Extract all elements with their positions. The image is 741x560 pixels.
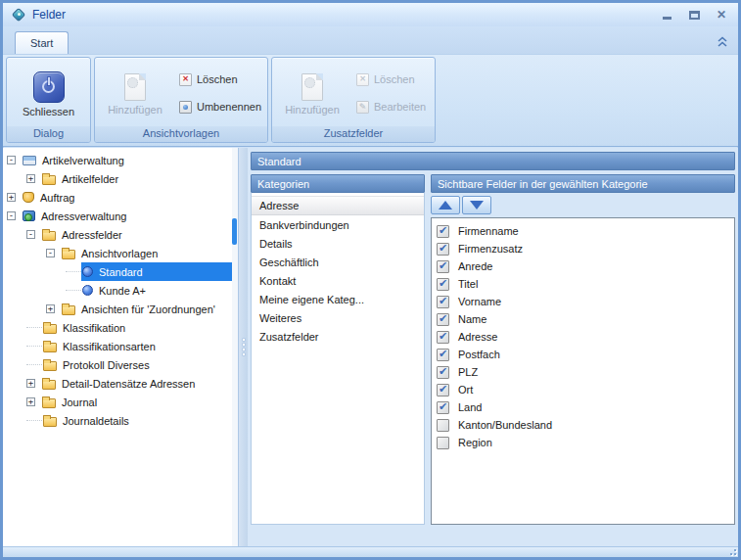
field-item[interactable]: PLZ [432, 363, 734, 381]
tree-item[interactable]: Kunde A+ [3, 281, 232, 300]
tree-item[interactable]: Ansichten für 'Zuordnungen' [3, 300, 232, 318]
folder-icon [42, 175, 56, 185]
field-item[interactable]: Land [432, 398, 734, 416]
folder-icon [43, 417, 57, 427]
expand-expander-icon[interactable] [26, 174, 35, 183]
ribbon-group-dialog: SchliessenDialog [6, 57, 91, 143]
loeschen-ansichtvorlage-button[interactable]: Löschen [179, 70, 265, 88]
tree-connector [26, 364, 42, 365]
category-item[interactable]: Bankverbindungen [252, 215, 424, 234]
collapse-expander-icon[interactable] [26, 230, 35, 239]
field-item[interactable]: Ort [432, 381, 734, 398]
tree-connector [26, 346, 42, 347]
field-item[interactable]: Titel [432, 275, 734, 293]
expand-expander-icon[interactable] [26, 397, 35, 406]
tree-item[interactable]: Standard [3, 262, 232, 281]
tree-item[interactable]: Adressfelder [3, 225, 232, 244]
maximize-button[interactable] [683, 7, 705, 23]
page-add-icon [124, 73, 146, 101]
rename-icon [179, 101, 192, 114]
field-item[interactable]: Region [432, 434, 734, 451]
folder-icon [62, 305, 75, 315]
status-bar [3, 546, 738, 557]
checked-checkbox[interactable] [437, 296, 449, 308]
maximize-icon [689, 11, 700, 20]
tree-connector [26, 327, 42, 328]
tree-item[interactable]: Journaldetails [3, 411, 232, 430]
power-icon [33, 71, 65, 103]
sphere-icon [82, 285, 93, 296]
category-item[interactable]: Details [252, 234, 424, 253]
detail-panel: Standard Kategorien AdresseBankverbindun… [248, 148, 738, 546]
panel-splitter[interactable] [238, 148, 248, 546]
arrow-up-icon [439, 201, 452, 210]
expand-expander-icon[interactable] [26, 379, 35, 388]
category-item[interactable]: Kontakt [252, 271, 424, 290]
expand-expander-icon[interactable] [46, 304, 55, 313]
checked-checkbox[interactable] [437, 243, 449, 256]
bearbeiten-zusatzfeld-button: Bearbeiten [356, 98, 433, 116]
delete-icon [179, 73, 192, 86]
navigation-tree: ArtikelverwaltungArtikelfelderAuftragAdr… [3, 148, 232, 546]
fields-panel: Sichtbare Felder in der gewählten Katego… [431, 174, 735, 525]
tree-item[interactable]: Detail-Datensätze Adressen [3, 374, 232, 393]
checked-checkbox[interactable] [437, 401, 449, 414]
field-item[interactable]: Postfach [432, 346, 734, 363]
category-item[interactable]: Weiteres [252, 308, 424, 327]
tree-item[interactable]: Adressverwaltung [3, 207, 232, 225]
tree-item[interactable]: Journal [3, 393, 232, 411]
tree-item[interactable]: Ansichtvorlagen [3, 244, 232, 262]
folder-icon [42, 380, 56, 390]
checked-checkbox[interactable] [437, 331, 449, 344]
category-item[interactable]: Meine eigene Kateg... [252, 290, 424, 308]
main-area: ArtikelverwaltungArtikelfelderAuftragAdr… [3, 148, 738, 546]
checked-checkbox[interactable] [437, 349, 449, 361]
tree-item[interactable]: Auftrag [3, 188, 232, 207]
sphere-icon [82, 266, 93, 277]
tree-scrollbar-thumb[interactable] [232, 218, 237, 245]
field-item[interactable]: Name [432, 310, 734, 328]
checked-checkbox[interactable] [437, 313, 449, 326]
tree-item[interactable]: Protokoll Diverses [3, 355, 232, 374]
tree-item[interactable]: Klassifikationsarten [3, 337, 232, 355]
collapse-ribbon-icon[interactable] [717, 34, 728, 46]
close-button[interactable]: ✕ [711, 7, 732, 23]
ribbon-tab-strip: Start [3, 26, 738, 54]
tab-start[interactable]: Start [15, 31, 69, 54]
field-item[interactable]: Firmenzusatz [432, 240, 734, 257]
collapse-expander-icon[interactable] [46, 249, 55, 257]
schliessen-button[interactable]: Schliessen [11, 70, 87, 117]
checked-checkbox[interactable] [437, 260, 449, 273]
addressbook-icon [23, 210, 35, 221]
field-item[interactable]: Anrede [432, 257, 734, 275]
category-item[interactable]: Geschäftlich [252, 253, 424, 271]
tree-item[interactable]: Artikelverwaltung [3, 151, 232, 169]
arrow-down-icon [470, 201, 484, 210]
resize-grip[interactable] [727, 546, 737, 556]
field-item[interactable]: Kanton/Bundesland [432, 416, 734, 434]
app-icon [11, 7, 26, 23]
field-item[interactable]: Firmenname [432, 222, 734, 240]
tree-item[interactable]: Klassifikation [3, 318, 232, 337]
checked-checkbox[interactable] [437, 366, 449, 379]
umbenennen-ansichtvorlage-button[interactable]: Umbenennen [179, 98, 265, 116]
move-down-button[interactable] [462, 196, 491, 214]
field-item[interactable]: Adresse [432, 328, 734, 346]
category-item[interactable]: Adresse [252, 196, 424, 215]
checked-checkbox[interactable] [437, 225, 449, 238]
tree-item[interactable]: Artikelfelder [3, 169, 232, 188]
move-up-button[interactable] [431, 196, 460, 214]
unchecked-checkbox[interactable] [437, 437, 449, 449]
collapse-expander-icon[interactable] [7, 156, 16, 164]
collapse-expander-icon[interactable] [7, 211, 16, 220]
category-item[interactable]: Zusatzfelder [252, 327, 424, 346]
field-item[interactable]: Vorname [432, 293, 734, 310]
minimize-button[interactable] [656, 7, 677, 23]
checked-checkbox[interactable] [437, 278, 449, 291]
checked-checkbox[interactable] [437, 384, 449, 397]
folder-icon [42, 398, 56, 408]
ribbon: SchliessenDialogHinzufügenLöschenUmbenen… [3, 54, 738, 147]
visible-fields-list: FirmennameFirmenzusatzAnredeTitelVorname… [431, 217, 735, 525]
unchecked-checkbox[interactable] [437, 419, 449, 432]
expand-expander-icon[interactable] [7, 193, 16, 202]
